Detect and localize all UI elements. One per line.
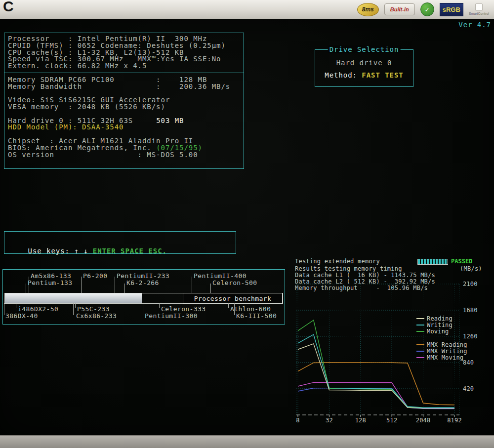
legend-label: Reading [427,315,453,322]
keys-prefix: Use keys: [28,247,75,255]
x-axis-label: 128 [353,417,369,424]
benchmark-label: P55C-233 [77,305,110,313]
sysinfo-line: VESA memory : 2048 KB (5526 KB/s) [8,104,240,111]
badge-srgb: sRGB [440,3,463,16]
legend-label: Writing [427,322,453,328]
sysinfo-text: Memory Bandwidth : 200.36 MB/s [8,82,230,90]
benchmark-connector [26,284,26,293]
benchmark-label: PentiumII-233 [117,272,169,280]
legend-item: MMX Writing [416,348,467,355]
smartcontrol-label: SmartControl [469,12,489,15]
benchmark-label: Athlon-600 [230,305,271,313]
benchmark-connector [159,303,160,308]
benchmark-connector [115,277,115,293]
benchmark-connector [16,303,16,308]
badge-built-in: Built-in [384,3,415,15]
x-axis-label: 32 [321,417,337,424]
memtest-row: Data cache L1 ( 16 KB) - 1143.75 MB/s [295,272,435,279]
series-mmx-writing [298,388,454,409]
drive-selection-title: Drive Selection [328,45,401,53]
benchmark-label: PentiumII-400 [194,272,247,280]
smartcontrol-icon [475,3,483,11]
badge-smartcontrol: SmartControl [469,3,489,15]
legend-label: Moving [427,328,449,335]
benchmark-connector [75,303,76,308]
benchmark-connector [210,284,211,293]
speedsys-benchmark-screen: C 8ms Built-in ✓ sRGB SmartControl Ver 4… [0,0,494,448]
sysinfo-text: OS version : MS-DOS 5.00 [8,151,198,159]
benchmark-connector [4,303,4,315]
keys-commands: ENTER SPACE ESC. [93,247,167,255]
benchmark-label: Celeron-500 [212,279,257,286]
cpu-benchmark-panel: Processor benchmark Am5x86-133P6-200Pent… [2,269,285,325]
legend-label: MMX Moving [427,354,463,361]
legend-line-icon [416,351,424,352]
y-axis-label: 1680 [463,307,478,314]
benchmark-connector [143,303,143,315]
y-axis-label: 420 [463,385,474,392]
benchmark-bar: Processor benchmark [4,293,283,304]
benchmark-title: Processor benchmark [183,293,283,304]
benchmark-label: K6-III-500 [236,312,277,320]
sysinfo-line: OS version : MS-DOS 5.00 [8,152,240,159]
sysinfo-text: HDD Model (PM): DSAA-3540 [8,123,124,131]
legend-line-icon [416,325,424,326]
x-axis-label: 2048 [415,417,431,424]
memtest-results-title: Results testing memory timing [295,265,402,272]
y-axis-unit: (MB/s) [460,265,482,272]
sysinfo-line: Extern. clock: 66.82 MHz x 4.5 [8,63,240,70]
legend-item: Reading [416,315,453,322]
system-info-lines: Processor : Intel Pentium(R) II 300 MHzC… [8,36,240,158]
sysinfo-divider [8,70,240,77]
benchmark-label: PentiumII-300 [145,312,198,320]
benchmark-bar-fill [5,293,142,303]
benchmark-connector [29,277,29,293]
benchmark-label: i486DX2-50 [18,305,58,313]
x-axis-label: 8 [290,417,306,424]
sysinfo-text: 503 MB [133,117,184,124]
memtest-panel: Testing extended memory PASSED Results t… [294,256,493,428]
benchmark-connector [81,277,82,293]
progress-bar [417,259,448,265]
sysinfo-text: Extern. clock: 66.82 MHz x 4.5 [8,62,147,70]
legend-line-icon [416,331,424,332]
monitor-bezel-bottom [0,435,494,448]
sysinfo-text: VESA memory : 2048 KB (5526 KB/s) [8,103,165,111]
benchmark-label: Pentium-133 [28,279,73,286]
legend-label: MMX Reading [427,341,467,348]
version-label: Ver 4.7 [458,21,491,29]
y-axis-label: 1260 [463,333,478,340]
y-axis-label: 2100 [463,281,478,287]
legend-item: Moving [416,328,449,335]
series-mmx-moving [298,382,454,408]
series-mmx-reading [298,363,454,405]
legend-item: MMX Moving [416,354,463,361]
benchmark-label: 386DX-40 [5,312,38,320]
benchmark-label: K6-2-266 [126,279,159,286]
drive-selection-panel: Drive Selection Hard drive 0 Method: FAS… [315,49,413,87]
benchmark-label: Celeron-333 [161,305,206,313]
method-value[interactable]: FAST TEST [362,71,403,79]
legend-item: Writing [416,322,453,328]
drive-method-line: Method: FAST TEST [315,71,413,79]
bezel-mark: C [3,0,14,15]
x-axis-label: 512 [384,417,400,424]
legend-line-icon [416,344,424,345]
benchmark-label: Am5x86-133 [31,272,71,280]
monitor-bezel-top: C 8ms Built-in ✓ sRGB SmartControl [0,0,494,19]
legend-line-icon [416,318,424,319]
badge-8ms-label: 8ms [362,6,374,13]
arrow-keys-icon: ↑ ↓ [74,247,93,255]
x-axis-label: 8192 [447,417,462,424]
benchmark-connector [124,284,125,293]
legend-item: MMX Reading [416,341,467,348]
y-axis-label: 840 [463,359,474,366]
sysinfo-line: Memory Bandwidth : 200.36 MB/s [8,83,240,90]
legend-label: MMX Writing [427,348,467,355]
bezel-badges: 8ms Built-in ✓ sRGB SmartControl [357,2,489,17]
keys-help-panel: Use keys: ↑ ↓ ENTER SPACE ESC. [4,231,236,254]
benchmark-connector [234,303,235,315]
drive-item-hard-drive-0[interactable]: Hard drive 0 [315,59,413,67]
badge-8ms: 8ms [357,3,379,16]
method-label: Method: [325,71,362,79]
